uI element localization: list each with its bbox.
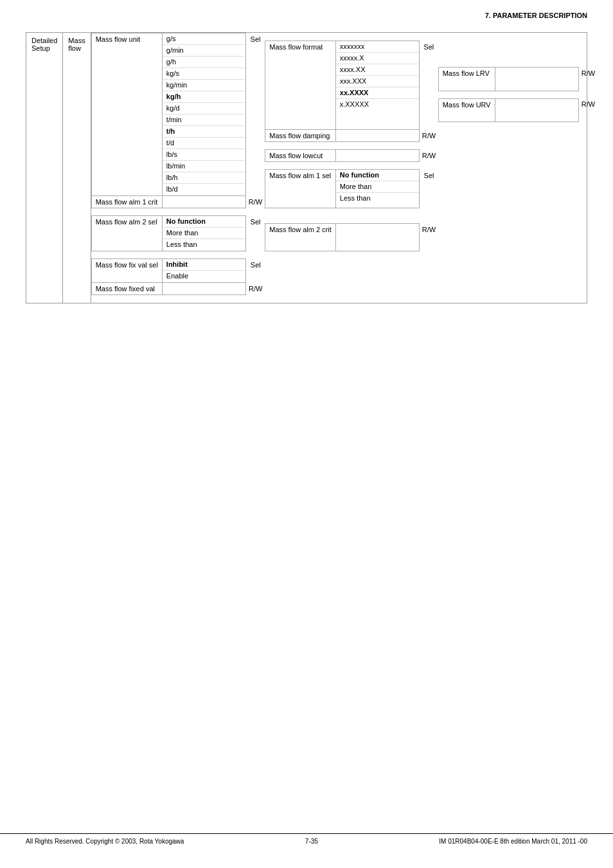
- table-row: Mass flow fixed valR/W: [91, 283, 598, 295]
- gap-row: [91, 208, 598, 216]
- param-name: Mass flow damping: [265, 130, 336, 142]
- gap-row: [91, 295, 598, 303]
- param-values: [162, 283, 245, 295]
- param-value-item: [336, 130, 419, 141]
- param-value-item: g/h: [163, 57, 245, 68]
- param-value-item: Enable: [163, 271, 245, 282]
- param-value-item: No function: [336, 170, 419, 181]
- param-name: Mass flow alm 1 crit: [91, 196, 162, 208]
- param-values: g/sg/ming/hkg/skg/minkg/hkg/dt/mint/ht/d…: [162, 33, 245, 196]
- param-values: xxxxxxxxxxxx.Xxxxx.XXxxx.XXXxx.XXXXx.XXX…: [335, 41, 419, 130]
- param-rw: R/W: [578, 98, 598, 122]
- param-values: [335, 130, 419, 142]
- param-rw: R/W: [419, 130, 438, 142]
- param-rw: Sel: [419, 170, 438, 208]
- param-name: Mass flow alm 1 sel: [265, 170, 336, 208]
- param-values: No functionMore thanLess than: [335, 170, 419, 208]
- param-rw: R/W: [419, 150, 438, 162]
- param-value-item: kg/d: [163, 103, 245, 114]
- param-value-item: xxxxx.X: [336, 53, 419, 64]
- param-name: Mass flow lowcut: [265, 150, 336, 162]
- param-value-item: [163, 196, 245, 208]
- detailed-setup-label: Detailed Setup: [31, 37, 57, 52]
- footer-right: IM 01R04B04-00E-E 8th edition March 01, …: [439, 838, 587, 845]
- param-values: InhibitEnable: [162, 259, 245, 283]
- param-name: Mass flow unit: [91, 33, 162, 196]
- param-value-item: kg/s: [163, 68, 245, 80]
- param-rw: Sel: [245, 259, 265, 283]
- param-values: [162, 196, 245, 208]
- param-value-item: x.XXXXX: [336, 99, 419, 111]
- param-value-item: Less than: [163, 239, 245, 251]
- param-value-item: lb/min: [163, 161, 245, 172]
- footer-center: 7-35: [305, 838, 318, 845]
- param-value-item: t/d: [163, 138, 245, 149]
- mass-flow-label: Mass flow: [68, 37, 85, 52]
- param-value-item: kg/h: [163, 91, 245, 103]
- param-value-item: [163, 283, 245, 294]
- param-value-item: More than: [163, 228, 245, 239]
- param-rw: Sel: [419, 41, 438, 130]
- main-table: Detailed Setup Mass flow Mass flow unitg…: [26, 32, 587, 303]
- param-value-item: xx.XXXX: [336, 87, 419, 99]
- header-title: 7. PARAMETER DESCRIPTION: [485, 12, 587, 19]
- param-name: Mass flow URV: [438, 98, 495, 122]
- param-value-item: g/min: [163, 45, 245, 57]
- param-value-item: t/h: [163, 126, 245, 138]
- param-value-item: lb/s: [163, 149, 245, 161]
- param-value-item: More than: [336, 181, 419, 193]
- param-value-item: [336, 150, 419, 161]
- param-name: Mass flow format: [265, 41, 336, 130]
- param-value-item: lb/h: [163, 172, 245, 184]
- param-rw: Sel: [245, 216, 265, 251]
- param-value-item: xxx.XXX: [336, 76, 419, 87]
- page-footer: All Rights Reserved. Copyright © 2003, R…: [0, 833, 613, 849]
- param-value-item: [336, 224, 419, 235]
- param-value-item: xxxx.XX: [336, 64, 419, 76]
- mass-flow-col: Mass flow: [63, 33, 91, 303]
- param-name: Mass flow LRV: [438, 68, 495, 91]
- param-value-item: [495, 99, 578, 111]
- param-name: Mass flow fixed val: [91, 283, 162, 295]
- param-values: [495, 68, 578, 91]
- param-value-item: kg/min: [163, 80, 245, 91]
- param-name: Mass flow alm 2 crit: [265, 224, 336, 251]
- param-name: Mass flow alm 2 sel: [91, 216, 162, 251]
- gap-row: [91, 251, 598, 259]
- param-value-item: [495, 68, 578, 79]
- param-rw: R/W: [245, 283, 265, 295]
- param-rw: R/W: [578, 68, 598, 91]
- param-values: [495, 98, 578, 122]
- param-value-item: Less than: [336, 193, 419, 204]
- param-value-item: Inhibit: [163, 259, 245, 271]
- param-rw: R/W: [245, 196, 265, 208]
- param-values: No functionMore thanLess than: [162, 216, 245, 251]
- param-values: [335, 224, 419, 251]
- param-value-item: No function: [163, 216, 245, 228]
- param-rw: R/W: [419, 224, 438, 251]
- params-col: Mass flow unitg/sg/ming/hkg/skg/minkg/hk…: [91, 33, 598, 303]
- params-table: Mass flow unitg/sg/ming/hkg/skg/minkg/hk…: [91, 33, 598, 303]
- page-header: 7. PARAMETER DESCRIPTION: [0, 0, 613, 26]
- param-value-item: lb/d: [163, 184, 245, 195]
- param-values: [335, 150, 419, 162]
- param-value-item: xxxxxxx: [336, 41, 419, 53]
- param-value-item: g/s: [163, 33, 245, 45]
- param-name: Mass flow fix val sel: [91, 259, 162, 283]
- param-value-item: t/min: [163, 114, 245, 126]
- detailed-setup-col: Detailed Setup: [26, 33, 63, 303]
- param-rw: Sel: [245, 33, 265, 196]
- footer-left: All Rights Reserved. Copyright © 2003, R…: [26, 838, 184, 845]
